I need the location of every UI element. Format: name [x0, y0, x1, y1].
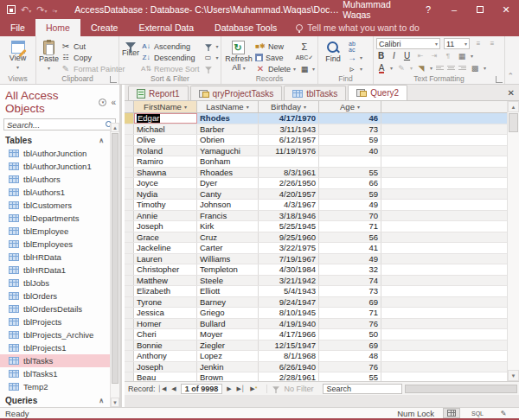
cut-button[interactable]: ✂Cut [61, 41, 125, 51]
record-position-box[interactable]: 1 of 9998 [181, 384, 223, 394]
cell-Age[interactable]: 70 [319, 211, 381, 221]
column-header-LastName[interactable]: LastName▾ [197, 101, 259, 112]
design-view-button[interactable]: ✎ [495, 408, 512, 418]
cell-LastName[interactable]: Lopez [197, 351, 259, 361]
column-header-Birthday[interactable]: Birthday▾ [259, 101, 319, 112]
grid-scroll-down-icon[interactable]: ▼ [508, 370, 519, 381]
doc-tab-Query2[interactable]: Query2 [348, 85, 407, 100]
sidebar-item-tblJobs[interactable]: tblJobs [0, 277, 119, 290]
decrease-indent-icon[interactable]: ⇤ [415, 51, 426, 61]
cell-FirstName[interactable]: Edgar [134, 113, 197, 124]
cell-FirstName[interactable]: Elizabeth [134, 286, 197, 296]
sidebar-item-tblAuthors1[interactable]: tblAuthors1 [0, 186, 119, 199]
cell-FirstName[interactable]: Matthew [134, 276, 197, 286]
text-formatting-dialog-launcher[interactable] [496, 76, 503, 83]
cell-Birthday[interactable]: 2/26/1950 [259, 178, 319, 188]
row-selector[interactable] [125, 362, 134, 372]
paste-button[interactable]: Paste ▾ [39, 38, 59, 73]
cell-Age[interactable]: 55 [319, 168, 381, 178]
cell-LastName[interactable]: Johnson [197, 200, 259, 210]
row-selector[interactable] [125, 221, 134, 232]
refresh-all-button[interactable]: RefreshAll ▾ [224, 38, 253, 73]
grid-scrollbar-thumb[interactable] [509, 113, 518, 132]
column-header-Age[interactable]: Age▾ [319, 101, 381, 112]
toggle-filter-button[interactable] [203, 64, 219, 73]
cell-FirstName[interactable]: Christopher [134, 264, 197, 275]
shutter-bar-close-icon[interactable]: « [111, 98, 116, 107]
help-button[interactable]: ? [415, 0, 441, 19]
view-button[interactable]: View ▾ [3, 38, 33, 73]
cell-Age[interactable]: 55 [319, 372, 381, 381]
cell-Age[interactable]: 48 [319, 351, 381, 361]
cell-Age[interactable] [319, 156, 381, 167]
cell-LastName[interactable]: Bullard [197, 319, 259, 329]
cell-Birthday[interactable]: 9/24/1947 [259, 297, 319, 308]
maximize-button[interactable] [467, 0, 493, 19]
find-button[interactable]: Find [321, 38, 345, 73]
cell-FirstName[interactable]: Joyce [134, 178, 197, 188]
sidebar-item-tblEmployee[interactable]: tblEmployee [0, 225, 119, 238]
row-selector[interactable] [125, 308, 134, 318]
replace-button[interactable]: abac [347, 41, 362, 51]
cell-Age[interactable]: 73 [319, 124, 381, 135]
select-button[interactable]: ▹▾ [347, 64, 362, 73]
goto-button[interactable]: →▾ [347, 53, 362, 62]
row-selector[interactable] [125, 146, 134, 156]
cell-LastName[interactable]: Williams [197, 254, 259, 264]
sidebar-item-tblAuthorJunction1[interactable]: tblAuthorJunction1 [0, 160, 119, 173]
doc-tab-qryProjectTasks[interactable]: qryProjectTasks [190, 86, 283, 100]
selection-button[interactable]: ▾ [203, 41, 219, 51]
previous-record-button[interactable]: ◀ [169, 385, 178, 392]
cell-Age[interactable]: 49 [319, 200, 381, 210]
cell-LastName[interactable]: Barber [197, 124, 259, 135]
cell-Birthday[interactable]: 4/17/1966 [259, 329, 319, 340]
cell-LastName[interactable]: Rhodes [197, 113, 259, 124]
italic-button[interactable]: I [389, 51, 399, 60]
row-selector[interactable] [125, 168, 134, 178]
sql-view-button[interactable]: SQL [469, 408, 486, 418]
cell-Birthday[interactable]: 6/12/1957 [259, 135, 319, 145]
underline-button[interactable]: U [402, 51, 412, 60]
scroll-up-icon[interactable]: ▲ [111, 123, 119, 132]
doc-tab-tblTasks[interactable]: tblTasks [284, 86, 346, 100]
sidebar-item-tblCustomers[interactable]: tblCustomers [0, 199, 119, 212]
customize-qat-button[interactable]: ▫▾ [52, 5, 57, 15]
datasheet-horizontal-scrollbar[interactable] [405, 385, 517, 393]
ascending-button[interactable]: A↓Ascending [141, 41, 200, 51]
cell-FirstName[interactable]: Annie [134, 211, 197, 221]
scrollbar-thumb[interactable] [112, 133, 119, 384]
cell-FirstName[interactable]: Bonnie [134, 340, 197, 351]
totals-button[interactable]: Σ [299, 41, 315, 51]
cell-FirstName[interactable]: Nydia [134, 189, 197, 200]
cell-LastName[interactable]: Dyer [197, 178, 259, 188]
cell-Age[interactable]: 59 [319, 189, 381, 200]
nav-section-queries[interactable]: Queries∧ [0, 393, 119, 407]
cell-Birthday[interactable]: 5/4/1943 [259, 286, 319, 296]
cell-Birthday[interactable]: 2/28/1961 [259, 372, 319, 381]
cell-Age[interactable]: 40 [319, 146, 381, 156]
cell-LastName[interactable]: Brown [197, 372, 259, 381]
filter-button[interactable]: Filter [122, 38, 139, 73]
cell-LastName[interactable]: Bonham [197, 156, 259, 167]
bullets-icon[interactable]: ≡ [473, 39, 484, 49]
row-selector[interactable] [125, 254, 134, 264]
cell-LastName[interactable]: Ziegler [197, 340, 259, 351]
cell-LastName[interactable]: Jenkin [197, 362, 259, 372]
cell-Age[interactable]: 32 [319, 264, 381, 275]
cell-Birthday[interactable]: 9/25/1960 [259, 232, 319, 243]
close-button[interactable]: ✕ [493, 0, 519, 19]
sidebar-item-tblProjects1[interactable]: tblProjects1 [0, 341, 119, 354]
cell-LastName[interactable]: Obrien [197, 135, 259, 145]
bold-button[interactable]: B [376, 51, 386, 60]
row-selector[interactable] [125, 232, 134, 243]
background-color-icon[interactable]: ◥ [416, 63, 426, 73]
cell-Birthday[interactable]: 3/22/1975 [259, 243, 319, 253]
cell-LastName[interactable]: Rhoades [197, 168, 259, 178]
cell-Birthday[interactable]: 3/21/1942 [259, 276, 319, 286]
cell-FirstName[interactable]: Joseph [134, 362, 197, 372]
record-search-input[interactable]: Search [323, 384, 402, 394]
numbering-icon[interactable]: ≡ [487, 39, 497, 49]
more-records-button[interactable]: ▦▾ [299, 64, 315, 73]
row-selector[interactable] [125, 264, 134, 275]
cell-FirstName[interactable]: Homer [134, 319, 197, 329]
